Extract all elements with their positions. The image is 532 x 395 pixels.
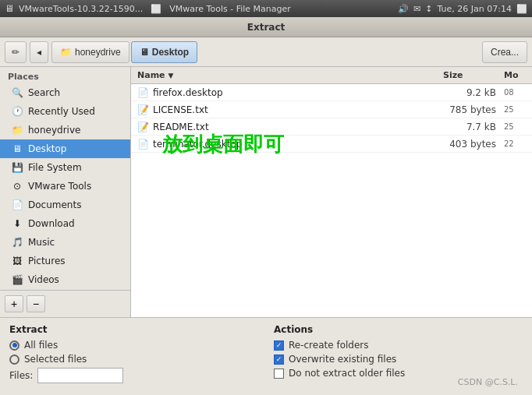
watermark: CSDN @C.S.L. [458, 377, 518, 387]
sidebar-item-download[interactable]: ⬇ Download [0, 214, 130, 233]
honeydrive-location[interactable]: 📁 honeydrive [51, 41, 129, 63]
desktop-icon: 🖥 [140, 47, 149, 58]
sidebar-item-pictures[interactable]: 🖼 Pictures [0, 252, 130, 270]
edit-button[interactable]: ✏ [5, 41, 27, 63]
checkbox-recreate[interactable]: Re-create folders [274, 340, 523, 351]
videos-icon: 🎬 [11, 273, 23, 286]
files-label: Files: [9, 370, 33, 381]
desktop-sidebar-icon: 🖥 [11, 143, 23, 155]
sidebar-item-music[interactable]: 🎵 Music [0, 233, 130, 252]
recently-used-icon: 🕐 [11, 105, 23, 118]
back-button[interactable]: ◂ [30, 41, 48, 63]
overlay-text: 放到桌面即可 [162, 131, 284, 158]
network-icon: ↕ [425, 4, 432, 14]
email-icon: ✉ [413, 4, 420, 14]
sidebar: Places 🔍 Search 🕐 Recently Used 📁 honeyd… [0, 67, 131, 317]
sidebar-bottom: + − [0, 290, 130, 317]
toolbar: ✏ ◂ 📁 honeydrive 🖥 Desktop Crea... [0, 37, 532, 67]
extract-title: Extract [9, 324, 258, 335]
desktop-location[interactable]: 🖥 Desktop [131, 41, 197, 63]
file-content-area: 📄 firefox.desktop 9.2 kB 08 📝 LICENSE.tx… [131, 84, 532, 317]
file-list-header: Name ▼ Size Mo [131, 67, 532, 84]
files-input[interactable] [37, 368, 123, 383]
vm-icon: 🖥 [5, 3, 14, 14]
bottom-panel: Extract All files Selected files Files: … [0, 317, 532, 395]
col-name-header[interactable]: Name ▼ [131, 70, 438, 80]
table-row[interactable]: 📄 firefox.desktop 9.2 kB 08 [131, 84, 532, 101]
file-icon: 📄 [137, 87, 148, 98]
main-area: Places 🔍 Search 🕐 Recently Used 📁 honeyd… [0, 67, 532, 317]
sys-icon: ⬜ [516, 4, 527, 14]
filesystem-icon: 💾 [11, 161, 23, 174]
sidebar-item-honeydrive[interactable]: 📁 honeydrive [0, 121, 130, 139]
sidebar-item-documents[interactable]: 📄 Documents [0, 196, 130, 214]
sidebar-section-places: Places [0, 67, 130, 83]
window-title: Extract [247, 22, 286, 33]
app-titlebar: Extract [0, 17, 532, 37]
documents-icon: 📄 [11, 199, 23, 211]
add-place-button[interactable]: + [5, 295, 23, 312]
recreate-checkbox [274, 340, 284, 351]
file-icon: 📄 [137, 139, 148, 150]
sort-arrow: ▼ [168, 72, 174, 79]
remove-place-button[interactable]: − [27, 295, 45, 312]
vm-label: VMwareTools-10.3.22-1590... [19, 4, 143, 14]
sidebar-item-search[interactable]: 🔍 Search [0, 83, 130, 102]
pictures-icon: 🖼 [11, 255, 23, 267]
music-icon: 🎵 [11, 236, 23, 249]
search-icon: 🔍 [11, 86, 23, 99]
radio-allfiles-circle [9, 340, 20, 351]
sidebar-item-videos[interactable]: 🎬 Videos [0, 270, 130, 289]
col-size-header[interactable]: Size [438, 70, 501, 80]
time-display: Tue, 26 Jan 07:14 [438, 4, 512, 14]
radio-allfiles[interactable]: All files [9, 340, 258, 351]
extract-section: Extract All files Selected files Files: [9, 324, 258, 389]
radio-selectedfiles[interactable]: Selected files [9, 354, 258, 365]
app-label: VMware Tools - File Manager [169, 4, 290, 14]
honeydrive-icon: 📁 [11, 124, 23, 136]
system-titlebar: 🖥 VMwareTools-10.3.22-1590... ⬜ VMware T… [0, 0, 532, 17]
file-icon: 📝 [137, 104, 148, 115]
sidebar-item-recently-used[interactable]: 🕐 Recently Used [0, 102, 130, 121]
audio-icon: 🔊 [398, 4, 409, 14]
sidebar-item-desktop[interactable]: 🖥 Desktop [0, 139, 130, 158]
col-modified-header[interactable]: Mo [501, 70, 532, 80]
overwrite-checkbox [274, 354, 284, 365]
download-icon: ⬇ [11, 217, 23, 230]
main-window: Extract ✏ ◂ 📁 honeydrive 🖥 Desktop Crea.… [0, 17, 532, 395]
actions-title: Actions [274, 324, 523, 335]
file-list: Name ▼ Size Mo 📄 firefox.desktop 9.2 kB … [131, 67, 532, 317]
no-older-checkbox [274, 369, 284, 379]
actions-section: Actions Re-create folders Overwrite exis… [274, 324, 523, 389]
table-row[interactable]: 📝 LICENSE.txt 785 bytes 25 [131, 101, 532, 118]
separator: ⬜ [151, 4, 161, 14]
file-icon: 📝 [137, 122, 148, 132]
checkbox-overwrite[interactable]: Overwrite existing files [274, 354, 523, 365]
sidebar-item-file-system[interactable]: 💾 File System [0, 158, 130, 177]
create-button[interactable]: Crea... [482, 41, 527, 63]
sidebar-item-vmware-tools[interactable]: ⊙ VMware Tools [0, 177, 130, 196]
radio-selectedfiles-circle [9, 354, 20, 365]
files-row: Files: [9, 368, 258, 383]
folder-icon: 📁 [60, 47, 72, 58]
vmware-icon: ⊙ [11, 180, 23, 192]
location-bar: 📁 honeydrive 🖥 Desktop [51, 41, 197, 63]
radio-group: All files Selected files [9, 340, 258, 365]
